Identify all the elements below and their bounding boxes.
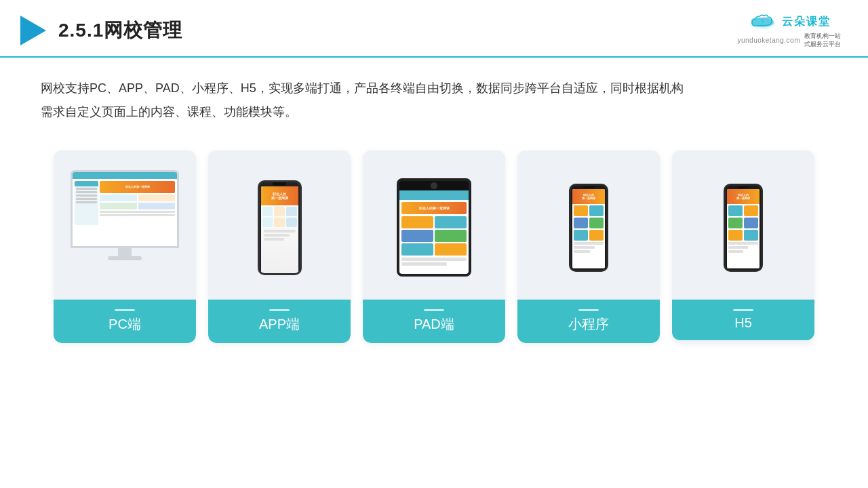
card-pc-image: 职达人的第一堂网课 (54, 150, 196, 300)
card-h5-label: H5 (672, 300, 814, 340)
h5-phone-icon: 职达人的第一堂网课 (724, 184, 763, 272)
play-icon (20, 16, 46, 45)
page-title: 2.5.1网校管理 (58, 18, 182, 43)
logo-area: 云朵课堂 yunduoketang.com 教育机构一站 式服务云平台 (737, 12, 841, 48)
card-h5: 职达人的第一堂网课 (672, 150, 814, 343)
logo-tagline: 教育机构一站 式服务云平台 (804, 33, 841, 48)
card-pc-label: PC端 (54, 300, 196, 343)
card-miniprogram: 职达人的第一堂网课 (517, 150, 660, 343)
cloud-icon (748, 12, 778, 31)
card-pc: 职达人的第一堂网课 (54, 150, 196, 343)
card-h5-image: 职达人的第一堂网课 (672, 150, 814, 300)
description-paragraph: 网校支持PC、APP、PAD、小程序、H5，实现多端打通，产品各终端自由切换，数… (41, 77, 827, 123)
card-miniprogram-label: 小程序 (517, 300, 660, 343)
logo-name: 云朵课堂 (782, 15, 831, 29)
card-pad: 职达人的第一堂网课 (363, 150, 505, 343)
logo-cloud: 云朵课堂 (748, 12, 831, 31)
logo-sub: yunduoketang.com 教育机构一站 式服务云平台 (737, 33, 841, 48)
description-text: 网校支持PC、APP、PAD、小程序、H5，实现多端打通，产品各终端自由切换，数… (0, 58, 868, 129)
miniprogram-phone-icon: 职达人的第一堂网课 (569, 184, 608, 272)
card-pad-label: PAD端 (363, 300, 505, 343)
card-app: 职达人的第一堂网课 APP端 (208, 150, 351, 343)
card-pad-image: 职达人的第一堂网课 (363, 150, 505, 300)
cards-row: 职达人的第一堂网课 (0, 130, 868, 343)
header-left: 2.5.1网校管理 (20, 16, 182, 45)
logo-url: yunduoketang.com (737, 37, 800, 44)
card-miniprogram-image: 职达人的第一堂网课 (517, 150, 660, 300)
app-phone-icon: 职达人的第一堂网课 (258, 180, 302, 275)
pad-ipad-icon: 职达人的第一堂网课 (397, 178, 471, 277)
pc-monitor-icon: 职达人的第一堂网课 (68, 170, 182, 285)
page-header: 2.5.1网校管理 云朵课堂 yunduoketang.com 教育机构一站 式… (0, 0, 868, 58)
card-app-image: 职达人的第一堂网课 (208, 150, 351, 300)
card-app-label: APP端 (208, 300, 351, 343)
